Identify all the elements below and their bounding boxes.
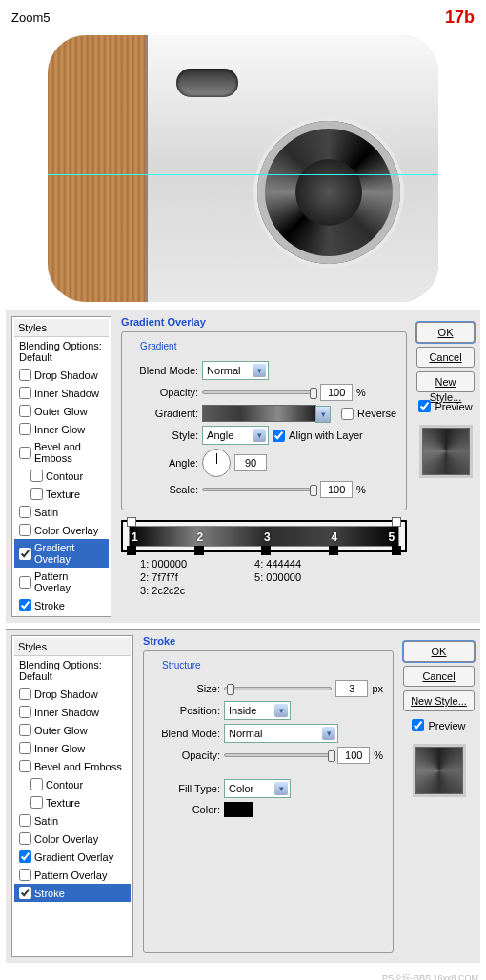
checkbox[interactable] bbox=[19, 706, 31, 718]
checkbox[interactable] bbox=[19, 887, 31, 899]
checkbox[interactable] bbox=[19, 724, 31, 736]
checkbox[interactable] bbox=[19, 742, 31, 754]
preview-checkbox[interactable] bbox=[418, 400, 431, 412]
style-inner-glow[interactable]: Inner Glow bbox=[14, 739, 131, 757]
style-satin[interactable]: Satin bbox=[14, 503, 109, 521]
checkbox[interactable] bbox=[19, 405, 31, 417]
blending-options[interactable]: Blending Options: Default bbox=[14, 337, 109, 366]
style-drop-shadow[interactable]: Drop Shadow bbox=[14, 685, 131, 703]
angle-label: Angle: bbox=[132, 457, 198, 469]
align-label: Align with Layer bbox=[289, 430, 363, 441]
gradient-swatch[interactable] bbox=[202, 405, 316, 422]
blend-mode-select[interactable]: Normal bbox=[224, 724, 338, 743]
preview-swatch bbox=[415, 747, 463, 794]
styles-header[interactable]: Styles bbox=[14, 319, 109, 337]
filltype-select[interactable]: Color bbox=[224, 779, 291, 798]
size-input[interactable] bbox=[335, 680, 368, 697]
color-label: Color: bbox=[153, 804, 220, 815]
style-texture[interactable]: Texture bbox=[14, 793, 131, 811]
position-select[interactable]: Inside bbox=[224, 701, 291, 720]
ok-button[interactable]: OK bbox=[416, 322, 475, 343]
checkbox[interactable] bbox=[19, 506, 31, 518]
checkbox[interactable] bbox=[19, 832, 31, 845]
checkbox[interactable] bbox=[19, 688, 31, 700]
opacity-label: Opacity: bbox=[153, 750, 220, 761]
position-label: Position: bbox=[153, 705, 220, 716]
checkbox[interactable] bbox=[19, 548, 31, 560]
checkbox[interactable] bbox=[19, 423, 31, 435]
opacity-slider[interactable] bbox=[224, 753, 334, 757]
blend-mode-select[interactable]: Normal bbox=[202, 361, 269, 380]
style-inner-shadow[interactable]: Inner Shadow bbox=[14, 703, 131, 721]
style-contour[interactable]: Contour bbox=[14, 775, 131, 793]
style-stroke[interactable]: Stroke bbox=[14, 884, 131, 902]
size-slider[interactable] bbox=[224, 687, 332, 690]
style-stroke[interactable]: Stroke bbox=[14, 596, 109, 614]
style-gradient-overlay[interactable]: Gradient Overlay bbox=[14, 848, 131, 866]
style-color-overlay[interactable]: Color Overlay bbox=[14, 521, 109, 539]
style-bevel[interactable]: Bevel and Emboss bbox=[14, 757, 131, 775]
checkbox[interactable] bbox=[30, 470, 43, 482]
panel-legend: Gradient Overlay bbox=[121, 316, 407, 328]
cancel-button[interactable]: Cancel bbox=[403, 666, 475, 687]
gradient-editor[interactable]: 1 2 3 4 5 bbox=[121, 520, 407, 552]
reverse-label: Reverse bbox=[357, 408, 396, 419]
blending-options[interactable]: Blending Options: Default bbox=[14, 656, 131, 685]
style-outer-glow[interactable]: Outer Glow bbox=[14, 402, 109, 420]
gradient-label: Gradient: bbox=[132, 408, 198, 419]
checkbox[interactable] bbox=[19, 524, 31, 536]
new-style-button[interactable]: New Style... bbox=[403, 690, 475, 711]
checkbox[interactable] bbox=[30, 488, 43, 500]
checkbox[interactable] bbox=[19, 814, 31, 827]
filltype-label: Fill Type: bbox=[153, 783, 220, 794]
style-bevel[interactable]: Bevel and Emboss bbox=[14, 438, 109, 467]
style-drop-shadow[interactable]: Drop Shadow bbox=[14, 366, 109, 384]
style-inner-shadow[interactable]: Inner Shadow bbox=[14, 384, 109, 402]
color-swatch[interactable] bbox=[224, 802, 253, 817]
style-pattern-overlay[interactable]: Pattern Overlay bbox=[14, 866, 131, 884]
align-checkbox[interactable] bbox=[273, 430, 285, 442]
style-label: Style: bbox=[132, 430, 198, 441]
angle-input[interactable] bbox=[234, 454, 267, 471]
size-label: Size: bbox=[153, 683, 220, 694]
style-gradient-overlay[interactable]: Gradient Overlay bbox=[14, 539, 109, 568]
checkbox[interactable] bbox=[19, 369, 31, 381]
checkbox[interactable] bbox=[19, 869, 31, 881]
style-outer-glow[interactable]: Outer Glow bbox=[14, 721, 131, 739]
preview-checkbox[interactable] bbox=[412, 719, 424, 731]
cancel-button[interactable]: Cancel bbox=[416, 347, 475, 368]
sub-legend: Gradient bbox=[137, 341, 179, 351]
percent-label: % bbox=[356, 484, 366, 495]
style-pattern-overlay[interactable]: Pattern Overlay bbox=[14, 568, 109, 596]
style-satin[interactable]: Satin bbox=[14, 811, 131, 830]
sub-legend: Structure bbox=[159, 660, 204, 670]
opacity-input[interactable] bbox=[337, 747, 370, 764]
style-texture[interactable]: Texture bbox=[14, 485, 109, 503]
checkbox[interactable] bbox=[19, 599, 31, 611]
layer-style-dialog-stroke: Styles Blending Options: Default Drop Sh… bbox=[6, 629, 480, 963]
checkbox[interactable] bbox=[19, 850, 31, 863]
style-color-overlay[interactable]: Color Overlay bbox=[14, 830, 131, 848]
gradient-bar[interactable]: 1 2 3 4 5 bbox=[129, 526, 399, 547]
checkbox[interactable] bbox=[19, 760, 31, 772]
reverse-checkbox[interactable] bbox=[341, 408, 354, 420]
checkbox[interactable] bbox=[19, 576, 31, 589]
style-contour[interactable]: Contour bbox=[14, 467, 109, 485]
scale-input[interactable] bbox=[320, 481, 353, 498]
checkbox[interactable] bbox=[30, 778, 43, 790]
watermark: PS论坛-BBS.16xx8.COM bbox=[0, 969, 486, 980]
layer-style-dialog-gradient: Styles Blending Options: Default Drop Sh… bbox=[6, 310, 480, 623]
checkbox[interactable] bbox=[19, 387, 31, 399]
checkbox[interactable] bbox=[19, 447, 31, 459]
style-select[interactable]: Angle bbox=[202, 426, 269, 445]
opacity-input[interactable] bbox=[320, 384, 353, 401]
opacity-slider[interactable] bbox=[202, 390, 316, 394]
style-inner-glow[interactable]: Inner Glow bbox=[14, 420, 109, 438]
new-style-button[interactable]: New Style... bbox=[416, 371, 475, 392]
angle-dial[interactable] bbox=[202, 449, 231, 477]
styles-header[interactable]: Styles bbox=[14, 638, 131, 656]
preview-canvas bbox=[48, 35, 438, 302]
checkbox[interactable] bbox=[30, 796, 43, 809]
scale-slider[interactable] bbox=[202, 488, 316, 491]
ok-button[interactable]: OK bbox=[403, 641, 475, 662]
